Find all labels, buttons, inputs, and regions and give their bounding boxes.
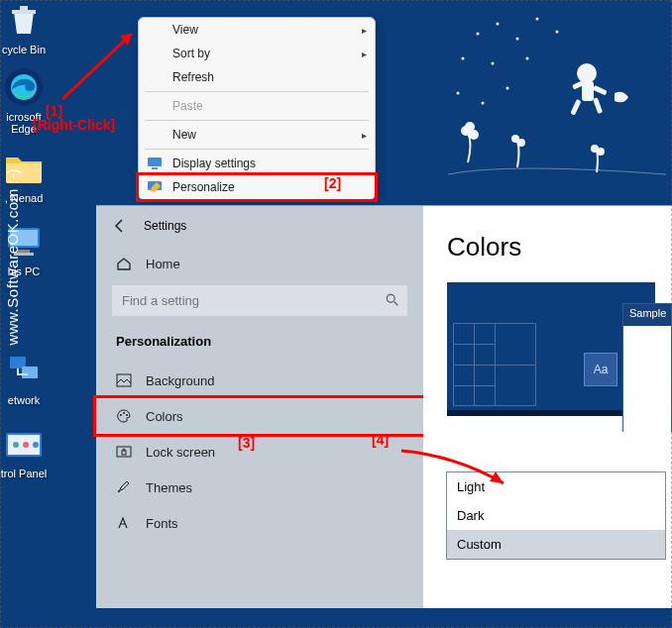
svg-point-36 bbox=[33, 442, 39, 448]
picture-icon bbox=[116, 372, 132, 388]
annotation-1-text: [Right-Click] bbox=[33, 117, 115, 133]
desktop-icon-control-panel[interactable]: trol Panel bbox=[0, 424, 54, 479]
svg-point-19 bbox=[465, 122, 475, 132]
svg-line-40 bbox=[62, 34, 132, 99]
svg-rect-44 bbox=[117, 374, 131, 386]
nav-label: Lock screen bbox=[146, 445, 215, 460]
nav-home[interactable]: Home bbox=[96, 246, 423, 281]
nav-label: Themes bbox=[146, 480, 192, 495]
separator bbox=[145, 120, 369, 121]
svg-rect-31 bbox=[22, 366, 38, 378]
settings-title: Settings bbox=[144, 219, 186, 233]
svg-point-4 bbox=[556, 31, 559, 34]
annotation-arrow-4 bbox=[396, 446, 515, 495]
cm-sort-by[interactable]: Sort by bbox=[139, 42, 375, 65]
nav-fonts[interactable]: Fonts bbox=[96, 505, 423, 541]
svg-point-7 bbox=[526, 57, 529, 60]
brush-icon bbox=[116, 479, 132, 495]
svg-point-2 bbox=[516, 38, 519, 41]
svg-point-45 bbox=[120, 414, 122, 416]
cm-refresh[interactable]: Refresh bbox=[139, 65, 375, 89]
settings-content: Colors Aa Sample Light Dark Custom bbox=[423, 206, 672, 608]
cm-label: Sort by bbox=[172, 47, 210, 60]
back-icon[interactable] bbox=[112, 218, 128, 234]
svg-point-6 bbox=[492, 62, 495, 65]
annotation-arrow-1 bbox=[55, 28, 144, 107]
cm-display-settings[interactable]: Display settings bbox=[139, 152, 375, 175]
svg-point-23 bbox=[597, 148, 605, 156]
search-input[interactable] bbox=[112, 285, 407, 316]
svg-point-1 bbox=[497, 23, 500, 26]
lock-icon bbox=[116, 444, 132, 460]
svg-point-5 bbox=[462, 57, 465, 60]
desktop-icon-network[interactable]: etwork bbox=[0, 351, 54, 406]
desktop-icon-recycle-bin[interactable]: cycle Bin bbox=[0, 0, 54, 55]
separator bbox=[145, 91, 369, 92]
wallpaper-art bbox=[448, 4, 666, 182]
svg-rect-49 bbox=[122, 451, 126, 455]
network-icon bbox=[4, 351, 44, 390]
option-dark[interactable]: Dark bbox=[447, 501, 665, 530]
svg-rect-15 bbox=[570, 99, 581, 116]
annotation-3: [3] bbox=[238, 435, 255, 451]
svg-point-11 bbox=[577, 63, 597, 83]
svg-rect-14 bbox=[593, 85, 608, 95]
svg-rect-16 bbox=[593, 97, 603, 114]
font-icon bbox=[116, 515, 132, 531]
control-panel-icon bbox=[4, 424, 44, 464]
palette-icon bbox=[116, 408, 132, 424]
search-icon bbox=[386, 293, 399, 307]
svg-point-42 bbox=[387, 294, 394, 302]
svg-point-0 bbox=[477, 33, 480, 36]
cm-label: Paste bbox=[172, 99, 203, 113]
separator bbox=[145, 149, 369, 150]
icon-label: etwork bbox=[0, 394, 54, 406]
watermark: www.SoftwareOK.com :-) bbox=[4, 168, 21, 346]
svg-point-10 bbox=[506, 87, 509, 90]
nav-label: Background bbox=[146, 373, 214, 388]
svg-rect-24 bbox=[20, 6, 28, 10]
annotation-2: [2] bbox=[324, 175, 341, 191]
nav-background[interactable]: Background bbox=[96, 363, 423, 398]
annotation-4: [4] bbox=[372, 432, 389, 448]
home-icon bbox=[116, 256, 132, 271]
svg-point-9 bbox=[482, 102, 485, 105]
svg-line-43 bbox=[394, 302, 398, 306]
preview-sample-tile: Aa bbox=[584, 353, 617, 386]
settings-sidebar: Settings Home Personalization Background… bbox=[96, 206, 423, 608]
cm-paste: Paste bbox=[139, 94, 375, 118]
nav-colors[interactable]: Colors bbox=[96, 398, 423, 434]
svg-point-21 bbox=[517, 139, 525, 147]
cm-label: Refresh bbox=[172, 70, 214, 84]
icon-label: trol Panel bbox=[0, 468, 54, 479]
settings-window: Settings Home Personalization Background… bbox=[96, 205, 672, 608]
nav-label: Home bbox=[146, 257, 180, 271]
page-title: Colors bbox=[423, 206, 672, 282]
personalize-icon bbox=[147, 179, 163, 195]
nav-label: Colors bbox=[146, 409, 183, 424]
cm-view[interactable]: View bbox=[139, 18, 375, 42]
svg-rect-38 bbox=[152, 167, 158, 169]
cm-label: Personalize bbox=[172, 180, 235, 194]
icon-label: cycle Bin bbox=[0, 44, 54, 55]
settings-search[interactable] bbox=[112, 285, 407, 316]
svg-rect-37 bbox=[148, 157, 162, 166]
option-custom[interactable]: Custom bbox=[447, 530, 665, 559]
preview-sample-window: Sample bbox=[622, 303, 672, 432]
edge-icon bbox=[4, 67, 44, 107]
cm-label: View bbox=[172, 23, 198, 37]
desktop-context-menu: View Sort by Refresh Paste New Display s… bbox=[138, 17, 376, 200]
cm-label: Display settings bbox=[172, 157, 256, 170]
nav-label: Fonts bbox=[146, 516, 178, 531]
cm-label: New bbox=[172, 128, 196, 142]
svg-point-47 bbox=[126, 414, 128, 416]
cm-new[interactable]: New bbox=[139, 123, 375, 147]
nav-themes[interactable]: Themes bbox=[96, 470, 423, 505]
sample-titlebar: Sample bbox=[623, 304, 671, 326]
svg-point-35 bbox=[23, 442, 29, 448]
svg-point-8 bbox=[457, 92, 460, 95]
settings-heading: Personalization bbox=[96, 328, 423, 363]
svg-point-46 bbox=[123, 412, 125, 414]
monitor-icon bbox=[147, 156, 163, 171]
svg-point-3 bbox=[536, 18, 539, 21]
